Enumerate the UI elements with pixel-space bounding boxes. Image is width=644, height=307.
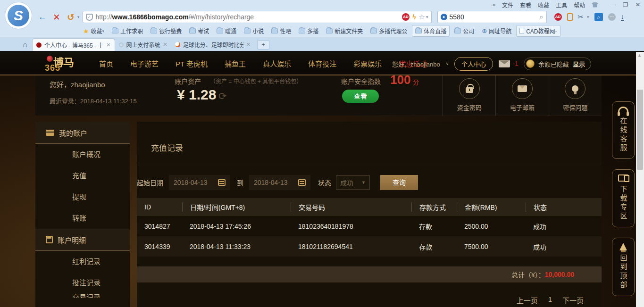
url-text[interactable]: http://www.16866bomago.com/#/my/history/… xyxy=(96,13,400,21)
url-bar[interactable]: ✓ http://www.16866bomago.com/#/my/histor… xyxy=(83,11,432,23)
menu-favorites[interactable]: 收藏 xyxy=(538,1,549,9)
calendar-icon[interactable] xyxy=(218,179,226,186)
menu-help[interactable]: 帮助 xyxy=(574,1,585,9)
nav-fishing[interactable]: 捕鱼王 xyxy=(225,58,246,68)
nav-home[interactable]: 首页 xyxy=(99,58,113,68)
reload-caret-icon[interactable]: ▾ xyxy=(77,15,80,19)
fund-password-shortcut[interactable]: 资金密码 xyxy=(443,75,495,116)
tab-close-icon[interactable]: ✕ xyxy=(163,41,167,48)
more-tools-icon[interactable]: ⋯ xyxy=(608,13,616,21)
mobile-sync-icon[interactable] xyxy=(567,13,573,21)
bookmark-item[interactable]: 新建文件夹 xyxy=(323,25,366,36)
back-to-top-button[interactable]: 回到顶部 xyxy=(612,238,635,296)
search-box[interactable]: ● 5580 ⌕ xyxy=(437,11,547,23)
restore-button[interactable]: ❐ xyxy=(623,1,628,8)
nav-sports[interactable]: 体育投注 xyxy=(308,58,336,68)
sogou-search-icon[interactable]: ⌕ xyxy=(594,13,603,21)
user-caret-icon[interactable]: ∨ xyxy=(446,61,449,66)
scrollbar-thumb[interactable] xyxy=(637,90,643,170)
nav-egames[interactable]: 电子游艺 xyxy=(130,58,159,68)
current-page[interactable]: 1 xyxy=(548,295,552,305)
search-magnifier-icon[interactable]: ⌕ xyxy=(539,13,543,21)
baidu-paw-icon[interactable]: ● xyxy=(441,14,447,20)
bookmarks-root[interactable]: ★收藏▾ xyxy=(80,25,107,36)
site-logo[interactable]: 博马 365 xyxy=(40,53,92,75)
minimize-button[interactable]: — xyxy=(610,1,615,8)
end-date-input[interactable]: 2018-04-13 xyxy=(249,175,310,190)
nav-pt-slots[interactable]: PT 老虎机 xyxy=(176,58,208,68)
urlbar-caret-icon[interactable]: ▾ xyxy=(426,15,428,19)
user-greeting[interactable]: 您好，zhaojianbo xyxy=(392,59,440,68)
view-button[interactable]: 查看 xyxy=(342,90,379,103)
security-question-shortcut[interactable]: 密保问题 xyxy=(549,75,602,116)
sidebar-item-bonus-records[interactable]: 红利记录 xyxy=(35,251,130,272)
screenshot-scissors-icon[interactable]: ✂ xyxy=(578,13,584,21)
bookmark-item[interactable]: 体育直播 xyxy=(412,25,450,37)
nav-live-casino[interactable]: 真人娱乐 xyxy=(263,58,291,68)
bookmark-item[interactable]: 公司 xyxy=(452,25,477,36)
sogou-logo[interactable]: S xyxy=(5,2,32,29)
download-zone-button[interactable]: 下载专区 xyxy=(612,169,635,227)
bookmark-item[interactable]: ⊕网址导航 xyxy=(479,25,514,36)
online-service-button[interactable]: 在线客服 xyxy=(612,101,635,159)
bookmark-item[interactable]: 工作求职 xyxy=(109,25,146,36)
scissors-caret-icon[interactable]: ▾ xyxy=(587,15,589,19)
mail-icon[interactable] xyxy=(499,60,510,67)
sidebar-item-account-overview[interactable]: 账户概况 xyxy=(35,144,130,165)
speed-bolt-icon[interactable]: ϟ xyxy=(412,13,416,21)
skin-icon[interactable] xyxy=(592,2,598,8)
bookmark-item[interactable]: 多播 xyxy=(296,25,321,36)
table-row[interactable]: 3014339 2018-04-13 11:33:23 181021182694… xyxy=(137,236,602,257)
download-icon[interactable]: ↓ xyxy=(621,14,624,21)
page-scrollbar[interactable]: ▲ xyxy=(636,52,644,307)
close-button[interactable]: ✕ xyxy=(636,1,640,8)
calendar-icon[interactable] xyxy=(298,179,306,186)
back-button[interactable]: ← xyxy=(37,12,48,22)
stop-button[interactable]: ✕ xyxy=(51,12,62,23)
new-tab-button[interactable]: + xyxy=(257,40,269,50)
menu-tools[interactable]: 工具 xyxy=(556,1,567,9)
prev-page-button[interactable]: 上一页 xyxy=(517,295,538,305)
tab-close-icon[interactable]: ✕ xyxy=(246,41,251,48)
reload-button[interactable]: ↺ xyxy=(65,12,76,23)
sidebar-item-bet-records[interactable]: 投注记录 xyxy=(35,272,130,293)
refresh-balance-icon[interactable]: ⟳ xyxy=(218,91,227,102)
sidebar-section-account-details[interactable]: 账户明细 xyxy=(35,229,130,251)
sidebar-item-recharge[interactable]: 充值 xyxy=(35,165,130,186)
sidebar-item-withdraw[interactable]: 提现 xyxy=(35,186,130,207)
tab-personal-center[interactable]: 个人中心 - 博马365 - 十 ✕ xyxy=(32,38,115,51)
bookmark-star-icon[interactable]: ☆ xyxy=(419,13,425,21)
balance-show-button[interactable]: 显示 xyxy=(573,59,585,68)
sidebar-item-transaction-records[interactable]: 交易记录 xyxy=(35,293,130,298)
home-button[interactable]: ⌂ xyxy=(18,39,32,51)
status-select[interactable]: 成功 ▼ xyxy=(336,175,370,190)
sidebar-section-my-account[interactable]: 我的账户 xyxy=(35,122,130,144)
balance-pill[interactable]: 余额已隐藏 显示 xyxy=(524,58,591,70)
query-button[interactable]: 查询 xyxy=(380,175,418,190)
tab-payment-system[interactable]: 网上支付系统 ✕ xyxy=(115,38,171,51)
toolbar-overflow-chevron[interactable]: » xyxy=(492,1,495,8)
adblock-toolbar-icon[interactable]: AD xyxy=(554,13,562,21)
tab-close-icon[interactable]: ✕ xyxy=(106,42,110,48)
sidebar-item-transfer[interactable]: 转账 xyxy=(35,207,130,229)
tab-football-scores[interactable]: 足球比分、足球即时比分 ✕ xyxy=(171,38,254,51)
start-date-input[interactable]: 2018-04-13 xyxy=(169,175,230,190)
search-input[interactable]: 5580 xyxy=(450,13,537,21)
bookmark-item[interactable]: 多播代理公 xyxy=(368,25,410,36)
bookmark-item[interactable]: 小说 xyxy=(241,25,267,36)
bookmark-label: 性吧 xyxy=(280,27,291,35)
bookmark-item[interactable]: 银行缴费 xyxy=(148,25,184,36)
nav-lottery[interactable]: 彩票娱乐 xyxy=(353,58,382,68)
next-page-button[interactable]: 下一页 xyxy=(562,295,584,305)
email-shortcut[interactable]: 电子邮箱 xyxy=(495,75,548,116)
menu-view[interactable]: 查看 xyxy=(520,1,531,9)
bookmark-item[interactable]: 考试 xyxy=(186,25,212,36)
menu-file[interactable]: 文件 xyxy=(502,1,513,9)
bookmark-item[interactable]: CAD教程网- xyxy=(516,25,560,37)
personal-center-button[interactable]: 个人中心 xyxy=(454,57,493,71)
scrollbar-up-icon[interactable]: ▲ xyxy=(637,53,642,58)
adblock-icon[interactable]: AD xyxy=(402,13,410,21)
table-row[interactable]: 3014827 2018-04-13 17:45:26 181023640181… xyxy=(137,216,602,236)
bookmark-item[interactable]: 性吧 xyxy=(268,25,294,36)
bookmark-item[interactable]: 暖通 xyxy=(214,25,239,36)
